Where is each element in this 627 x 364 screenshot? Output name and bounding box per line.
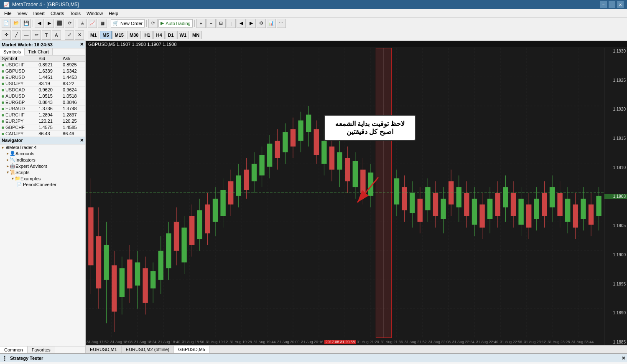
draw-btn[interactable]: ✏ xyxy=(32,30,41,40)
price-1895: 1.1895 xyxy=(604,282,627,286)
svg-rect-78 xyxy=(267,144,272,167)
chart-tab-gbpusd-m5[interactable]: GBPUSD,M5 xyxy=(174,346,210,353)
examples-expand-icon: ▾ xyxy=(12,176,14,181)
minimize-button[interactable]: − xyxy=(600,1,607,8)
hline-btn[interactable]: — xyxy=(22,30,31,40)
refresh-btn[interactable]: ⟳ xyxy=(65,19,74,28)
period-sep-btn[interactable]: | xyxy=(227,19,236,28)
chart-canvas[interactable]: 1.1930 1.1925 1.1920 1.1915 1.1910 1.190… xyxy=(86,48,627,345)
market-watch-row[interactable]: EURGBP 0.8843 0.8846 xyxy=(0,99,85,106)
svg-rect-39 xyxy=(120,268,125,297)
grid-btn[interactable]: ⊞ xyxy=(217,19,226,28)
svg-rect-98 xyxy=(345,158,350,182)
fwd-btn[interactable]: ▶ xyxy=(45,19,54,28)
close-button[interactable]: ✕ xyxy=(617,1,624,8)
restore-button[interactable]: □ xyxy=(609,1,615,8)
svg-rect-152 xyxy=(573,205,578,228)
stop-btn[interactable]: ⬛ xyxy=(55,19,64,28)
svg-rect-146 xyxy=(550,187,555,207)
period-h1[interactable]: H1 xyxy=(142,31,153,39)
menu-insert[interactable]: Insert xyxy=(31,10,47,16)
nav-scripts[interactable]: ▾ 📜 Scripts xyxy=(0,169,85,175)
select-btn[interactable]: ⤢ xyxy=(65,30,74,40)
new-btn[interactable]: 📄 xyxy=(2,19,11,28)
nav-indicators[interactable]: ▸ 📉 Indicators xyxy=(0,157,85,163)
chart-tab-eurusd-m2[interactable]: EURUSD,M2 (offline) xyxy=(122,346,174,353)
svg-rect-138 xyxy=(518,199,523,225)
market-watch-close[interactable]: ✕ xyxy=(80,42,84,47)
menu-view[interactable]: View xyxy=(15,10,30,16)
tab-common[interactable]: Common xyxy=(0,346,28,353)
menu-tools[interactable]: Tools xyxy=(67,10,83,16)
st-title: Strategy Tester xyxy=(10,356,43,361)
save-btn[interactable]: 💾 xyxy=(22,19,31,28)
strategy-tester-panel: ⋮ Strategy Tester ✕ Expert Advisor 2 MA … xyxy=(0,353,627,364)
menu-charts[interactable]: Charts xyxy=(48,10,66,16)
market-watch-row[interactable]: USDJPY 83.19 83.22 xyxy=(0,81,85,87)
line-chart-btn[interactable]: 📈 xyxy=(88,19,97,28)
crosshair-btn[interactable]: ✛ xyxy=(2,30,11,40)
market-watch-table: Symbol Bid Ask USDCHF 0.8921 0.8925 GBPU… xyxy=(0,56,85,137)
period-m30[interactable]: M30 xyxy=(127,31,141,39)
market-watch-row[interactable]: CADJPY 86.43 86.49 xyxy=(0,131,85,137)
market-watch-row[interactable]: EURCHF 1.2894 1.2897 xyxy=(0,112,85,118)
auto-trading-button[interactable]: ▶AutoTrading xyxy=(158,19,193,28)
period-m5[interactable]: M5 xyxy=(100,31,111,39)
navigator-close[interactable]: ✕ xyxy=(80,138,84,143)
menu-help[interactable]: Help xyxy=(106,10,121,16)
period-d1[interactable]: D1 xyxy=(166,31,176,39)
market-watch-row[interactable]: EURUSD 1.4451 1.4453 xyxy=(0,74,85,81)
del-btn[interactable]: ✕ xyxy=(75,30,84,40)
nav-period-converter[interactable]: 📄 PeriodConverter xyxy=(0,182,85,187)
market-watch-row[interactable]: GBPUSD 1.6339 1.6342 xyxy=(0,68,85,74)
label-btn[interactable]: A xyxy=(52,30,61,40)
nav-examples[interactable]: ▾ 📁 Examples xyxy=(0,175,85,182)
chart-tab-eurusd-m1[interactable]: EURUSD,M1 xyxy=(86,346,122,353)
time-axis: 31 Aug 17:52 31 Aug 18:08 31 Aug 18:24 3… xyxy=(86,338,604,345)
nav-metatrader4[interactable]: ▾ 🖥 MetaTrader 4 xyxy=(0,144,85,150)
period-h4[interactable]: H4 xyxy=(153,31,164,39)
nav-accounts[interactable]: ▸ 👤 Accounts xyxy=(0,150,85,157)
open-btn[interactable]: 📂 xyxy=(12,19,21,28)
nav-expert-advisors[interactable]: ▸ 🤖 Expert Advisors xyxy=(0,163,85,169)
toolbar-1: 📄 📂 💾 ◀ ▶ ⬛ ⟳ 🕯 📈 ▦ 🛒New Order ⟳ ▶AutoTr… xyxy=(0,18,627,29)
new-order-button[interactable]: 🛒New Order xyxy=(111,19,145,28)
menu-window[interactable]: Window xyxy=(84,10,105,16)
chart-type-btn[interactable]: 🕯 xyxy=(78,19,87,28)
bar-chart-btn[interactable]: ▦ xyxy=(98,19,107,28)
symbol-cell: CADJPY xyxy=(0,131,37,137)
market-watch-row[interactable]: AUDUSD 1.0515 1.0518 xyxy=(0,93,85,99)
scroll-left-btn[interactable]: ◀ xyxy=(237,19,246,28)
svg-rect-33 xyxy=(96,236,101,288)
chart-header: GBPUSD,M5 1.1907 1.1908 1.1907 1.1908 xyxy=(86,41,627,48)
market-watch-row[interactable]: GBPCHF 1.4575 1.4585 xyxy=(0,124,85,131)
settings-btn[interactable]: ⚙ xyxy=(257,19,266,28)
market-watch-row[interactable]: EURAUD 1.3736 1.3748 xyxy=(0,106,85,112)
period-mn[interactable]: MN xyxy=(190,31,202,39)
text-btn[interactable]: T xyxy=(42,30,51,40)
ask-cell: 1.2897 xyxy=(61,112,85,118)
period-m1[interactable]: M1 xyxy=(88,31,99,39)
menu-bar: File View Insert Charts Tools Window Hel… xyxy=(0,9,627,18)
refresh2-btn[interactable]: ⟳ xyxy=(148,19,158,28)
zoom-out-btn[interactable]: − xyxy=(206,19,216,28)
scroll-right-btn[interactable]: ▶ xyxy=(247,19,256,28)
zoom-in-btn[interactable]: + xyxy=(196,19,206,28)
menu-file[interactable]: File xyxy=(2,10,14,16)
more-btn[interactable]: ⋯ xyxy=(277,19,286,28)
period-m15[interactable]: M15 xyxy=(112,31,126,39)
tab-symbols[interactable]: Symbols xyxy=(0,48,25,56)
svg-rect-112 xyxy=(418,199,423,222)
market-watch-row[interactable]: EURJPY 120.21 120.25 xyxy=(0,118,85,124)
period-w1[interactable]: W1 xyxy=(177,31,189,39)
tab-tick-chart[interactable]: Tick Chart xyxy=(25,48,53,55)
back-btn[interactable]: ◀ xyxy=(35,19,44,28)
svg-rect-86 xyxy=(298,121,303,141)
tab-favorites[interactable]: Favorites xyxy=(28,346,55,353)
st-close-icon[interactable]: ✕ xyxy=(622,356,625,361)
pip-btn[interactable]: 📊 xyxy=(267,19,276,28)
svg-rect-106 xyxy=(394,178,399,204)
market-watch-row[interactable]: USDCHF 0.8921 0.8925 xyxy=(0,62,85,68)
market-watch-row[interactable]: USDCAD 0.9620 0.9624 xyxy=(0,87,85,93)
line-btn[interactable]: ╱ xyxy=(12,30,21,40)
